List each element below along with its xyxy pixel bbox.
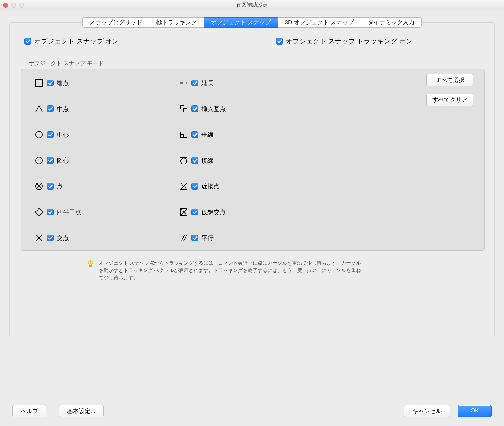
clear-all-button[interactable]: すべてクリア [426,94,473,106]
bottom-bar: ヘルプ 基本設定... キャンセル OK [0,400,504,426]
snap-on-checkbox[interactable]: オブジェクト スナップ オン [24,37,119,45]
snap-mode-図心[interactable]: 図心 [47,156,176,165]
window-title: 作図補助設定 [236,2,268,9]
snap-mode-input[interactable] [191,157,198,164]
svg-point-11 [36,157,42,164]
diamond-icon [31,207,47,217]
ok-button[interactable]: OK [458,405,492,417]
snap-mode-label: 図心 [57,156,69,165]
bottom-right: キャンセル OK [404,405,492,417]
hint-row: オブジェクト スナップ点からトラッキングするには、コマンド実行中に点にカーソルを… [87,259,364,282]
snap-mode-input[interactable] [47,157,54,164]
parallel-icon [176,233,191,243]
x-icon [31,233,47,243]
snap-mode-点[interactable]: 点 [47,182,176,191]
snap-mode-接線[interactable]: 接線 [191,156,302,165]
circle-icon [31,156,47,165]
snap-on-input[interactable] [24,38,31,45]
snap-mode-仮想交点[interactable]: 仮想交点 [191,208,302,216]
snap-mode-input[interactable] [47,80,54,86]
tracking-on-label: オブジェクト スナップ トラッキング オン [286,37,413,45]
snap-mode-四半円点[interactable]: 四半円点 [47,208,176,216]
tangent-icon [176,156,191,165]
svg-point-6 [36,131,42,138]
snap-mode-中心[interactable]: 中心 [47,131,176,139]
snap-mode-label: 点 [57,182,63,191]
snap-mode-label: 中点 [57,105,69,113]
snap-mode-近接点[interactable]: 近接点 [191,182,302,191]
tab-3D オブジェクト スナップ[interactable]: 3D オブジェクト スナップ [278,17,361,28]
hint-text: オブジェクト スナップ点からトラッキングするには、コマンド実行中に点にカーソルを… [99,259,364,282]
snap-mode-input[interactable] [47,131,54,138]
dialog-window: 作図補助設定 スナップとグリッド極トラッキングオブジェクト スナップ3D オブジ… [0,0,504,426]
snap-mode-input[interactable] [191,183,198,190]
snap-mode-input[interactable] [47,235,54,241]
tab-スナップとグリッド[interactable]: スナップとグリッド [82,17,149,28]
side-buttons: すべて選択 すべてクリア [426,74,473,106]
snap-mode-label: 平行 [201,234,214,242]
bottom-left: ヘルプ 基本設定... [12,405,104,417]
window-controls [3,3,24,8]
snap-mode-延長[interactable]: 延長 [191,79,302,87]
mode-section-title: オブジェクト スナップ モード [19,60,485,67]
snap-mode-端点[interactable]: 端点 [47,79,176,87]
dashline-icon [176,78,191,88]
circle-icon [31,130,47,139]
snap-mode-label: 垂線 [201,131,214,139]
tab-極トラッキング[interactable]: 極トラッキング [149,17,204,28]
snap-mode-input[interactable] [191,209,198,215]
close-icon[interactable] [3,3,8,8]
tab-bar: スナップとグリッド極トラッキングオブジェクト スナップ3D オブジェクト スナッ… [9,17,495,28]
tab-ダイナミック入力[interactable]: ダイナミック入力 [361,17,422,28]
snap-mode-input[interactable] [191,80,198,86]
svg-marker-17 [35,208,43,216]
tracking-on-input[interactable] [276,38,283,45]
top-options: オブジェクト スナップ オン オブジェクト スナップ トラッキング オン [19,37,485,45]
two-boxes-icon [176,104,191,113]
snap-mode-input[interactable] [191,105,198,112]
snap-mode-input[interactable] [47,105,54,112]
perp-icon [176,130,191,139]
snap-mode-label: 接線 [201,156,214,165]
snap-mode-input[interactable] [47,209,54,215]
snap-mode-input[interactable] [47,183,54,190]
zoom-icon[interactable] [19,3,24,8]
help-button[interactable]: ヘルプ [12,405,46,417]
tab-panel: オブジェクト スナップ オン オブジェクト スナップ トラッキング オン オブジ… [9,22,495,337]
snap-mode-交点[interactable]: 交点 [47,234,176,242]
snap-mode-label: 交点 [57,234,69,242]
circle-x-icon [31,182,47,191]
snap-mode-label: 四半円点 [57,208,81,216]
snap-mode-input[interactable] [191,131,198,138]
snap-on-label: オブジェクト スナップ オン [34,37,119,45]
cancel-button[interactable]: キャンセル [404,405,450,417]
snap-mode-中点[interactable]: 中点 [47,105,176,113]
tracking-on-checkbox[interactable]: オブジェクト スナップ トラッキング オン [276,37,413,45]
tab-オブジェクト スナップ[interactable]: オブジェクト スナップ [204,17,278,28]
snap-mode-input[interactable] [191,235,198,241]
snap-mode-挿入基点[interactable]: 挿入基点 [191,105,302,113]
minimize-icon[interactable] [11,3,16,8]
snap-mode-grid: 端点延長中点挿入基点中心垂線図心接線点近接点四半円点仮想交点交点平行 [31,78,474,243]
titlebar: 作図補助設定 [0,0,504,10]
basic-settings-button[interactable]: 基本設定... [59,405,104,417]
snap-mode-label: 中心 [57,131,69,139]
hourglass-icon [176,182,191,191]
snap-mode-label: 延長 [201,79,214,87]
select-all-button[interactable]: すべて選択 [426,74,473,86]
snap-mode-label: 端点 [57,79,69,87]
snap-mode-平行[interactable]: 平行 [191,234,302,242]
lightbulb-icon [87,259,94,270]
snap-mode-label: 仮想交点 [201,208,226,216]
snap-mode-panel: 端点延長中点挿入基点中心垂線図心接線点近接点四半円点仮想交点交点平行 すべて選択… [21,69,485,251]
svg-point-12 [181,158,187,164]
triangle-icon [31,104,47,113]
square-icon [31,78,47,88]
svg-rect-0 [36,80,42,86]
dialog-content: スナップとグリッド極トラッキングオブジェクト スナップ3D オブジェクト スナッ… [0,10,504,337]
svg-marker-3 [36,106,42,112]
square-x-icon [176,207,191,217]
snap-mode-label: 挿入基点 [201,105,226,113]
snap-mode-垂線[interactable]: 垂線 [191,131,302,139]
snap-mode-label: 近接点 [201,182,220,191]
